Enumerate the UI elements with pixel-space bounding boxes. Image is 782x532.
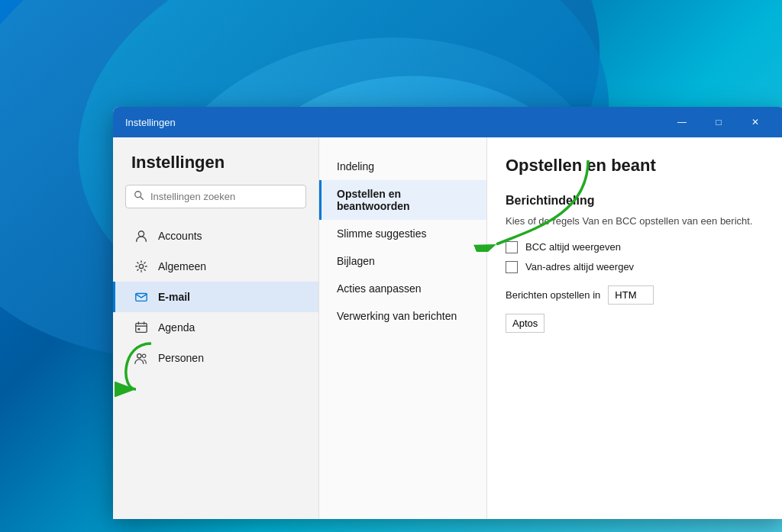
checkbox-row-bcc: BCC altijd weergeven — [506, 241, 767, 253]
email-icon — [134, 289, 149, 305]
middle-item-bijlagen[interactable]: Bijlagen — [319, 247, 486, 275]
format-row: Berichten opstellen in HTM — [506, 285, 767, 305]
sidebar-item-algemeen[interactable]: Algemeen — [113, 251, 318, 282]
middle-item-suggesties[interactable]: Slimme suggesties — [319, 220, 486, 247]
close-button[interactable]: ✕ — [738, 111, 773, 134]
svg-point-2 — [138, 231, 144, 237]
content-area: Instellingen — [113, 137, 782, 519]
sidebar-title: Instellingen — [113, 153, 318, 185]
title-bar: Instellingen — □ ✕ — [113, 107, 782, 137]
van-checkbox[interactable] — [506, 261, 518, 273]
section-desc: Kies of de regels Van en BCC opstellen v… — [506, 214, 767, 229]
nav-items: Accounts Algemeen — [113, 221, 318, 373]
sidebar-item-accounts-label: Accounts — [158, 230, 202, 242]
title-bar-title: Instellingen — [125, 117, 176, 128]
search-icon — [134, 190, 144, 203]
right-panel: Opstellen en beant Berichtindeling Kies … — [487, 137, 782, 519]
bcc-label: BCC altijd weergeven — [525, 241, 621, 253]
sidebar-item-email[interactable]: E-mail — [113, 282, 318, 312]
sidebar-item-agenda[interactable]: Agenda — [113, 312, 318, 343]
svg-rect-6 — [138, 328, 141, 330]
search-box[interactable] — [125, 185, 306, 208]
search-input[interactable] — [150, 191, 298, 202]
svg-point-3 — [139, 264, 143, 268]
minimize-button[interactable]: — — [664, 111, 700, 134]
maximize-button[interactable]: □ — [701, 111, 736, 134]
section-title: Berichtindeling — [506, 194, 767, 208]
calendar-icon — [134, 320, 149, 335]
format-label: Berichten opstellen in — [506, 289, 600, 301]
middle-item-indeling[interactable]: Indeling — [319, 153, 486, 180]
sidebar-item-email-label: E-mail — [158, 291, 190, 303]
sidebar-item-accounts[interactable]: Accounts — [113, 221, 318, 251]
middle-item-verwerking[interactable]: Verwerking van berichten — [319, 302, 486, 330]
sidebar-item-personen[interactable]: Personen — [113, 343, 318, 373]
sidebar-item-personen-label: Personen — [158, 352, 204, 364]
right-panel-title: Opstellen en beant — [506, 156, 767, 176]
sidebar-item-algemeen-label: Algemeen — [158, 260, 206, 272]
settings-window: Instellingen — □ ✕ Instellingen — [113, 107, 782, 519]
svg-line-1 — [141, 197, 144, 200]
svg-rect-5 — [136, 324, 147, 333]
van-label: Van-adres altijd weergev — [525, 261, 634, 272]
sidebar-item-agenda-label: Agenda — [158, 321, 195, 334]
bcc-checkbox[interactable] — [506, 241, 518, 253]
people-icon — [134, 350, 149, 366]
format-input[interactable]: HTM — [608, 285, 654, 305]
checkbox-row-van: Van-adres altijd weergev — [506, 261, 767, 273]
middle-item-acties[interactable]: Acties aanpassen — [319, 275, 486, 302]
middle-item-opstellen[interactable]: Opstellen en beantwoorden — [319, 180, 486, 220]
font-input[interactable]: Aptos — [506, 314, 544, 333]
sidebar: Instellingen — [113, 137, 319, 519]
person-icon — [134, 228, 149, 243]
window-controls: — □ ✕ — [664, 111, 773, 134]
gear-icon — [134, 259, 149, 274]
svg-point-8 — [142, 354, 146, 358]
svg-point-7 — [137, 354, 141, 358]
middle-panel: Indeling Opstellen en beantwoorden Slimm… — [319, 137, 487, 519]
